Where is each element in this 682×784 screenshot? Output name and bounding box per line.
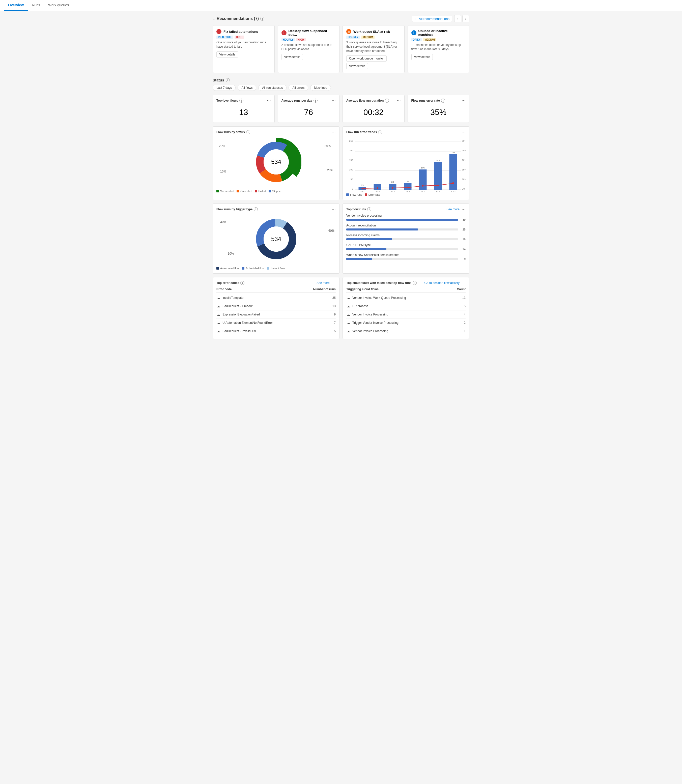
rec-card-3-title-row: i Unused or inactive machines [411,29,462,37]
metric-0-info-icon[interactable]: i [239,99,244,103]
rec-card-1-more-button[interactable]: ⋯ [331,29,336,33]
top-cloud-flows-section: Top cloud flows with failed desktop flow… [343,277,469,339]
metric-1-more-button[interactable]: ⋯ [331,99,336,103]
error-code-row-1: ☁ BadRequest - Timeout 13 [217,302,336,311]
rec-card-2-view-details-button[interactable]: View details [346,63,368,69]
metric-3-info-icon[interactable]: i [441,99,445,103]
cloud-flow-row-1: ☁ HR process 5 [346,302,465,311]
legend-flow-runs: Flow runs [346,193,362,196]
top-flow-runs-more-button[interactable]: ⋯ [462,207,465,211]
error-codes-title-group: Top error codes i [217,281,244,285]
rec-card-3-more-button[interactable]: ⋯ [462,29,465,33]
metric-3-more-button[interactable]: ⋯ [462,99,465,103]
flow-bar-track-2 [346,238,458,240]
top-flow-runs-see-more[interactable]: See more [446,207,459,211]
tab-runs[interactable]: Runs [28,0,44,11]
all-recommendations-button[interactable]: ⊞ All recommendations [412,16,452,22]
error-trends-legend: Flow runs Error rate [346,193,465,196]
svg-text:Jul 6: Jul 6 [436,191,440,192]
filter-machines[interactable]: Machines [310,85,331,91]
error-codes-info-icon[interactable]: i [241,281,244,285]
error-codes-see-more[interactable]: See more [317,281,330,285]
top-flow-runs-info-icon[interactable]: i [367,207,371,211]
status-header: Status i [213,78,469,82]
chevron-down-icon[interactable]: ⌄ [213,17,215,21]
metric-2-more-button[interactable]: ⋯ [397,99,401,103]
error-dot-1 [377,187,378,189]
svg-text:0: 0 [352,188,353,190]
svg-text:Jul 2: Jul 2 [375,191,380,192]
rec-card-3-freq-badge: DAILY [411,38,422,41]
metric-0-title: Top-level flows i [217,99,244,103]
error-trends-svg: 0 50 100 150 200 250 0% 10% 15% 20% 25% … [346,137,465,192]
recommendations-header: ⌄ Recommendations (7) i ⊞ All recommenda… [213,15,469,22]
metric-1-title: Average runs per day i [282,99,317,103]
metric-cards: Top-level flows i ⋯ 13 Average runs per … [213,95,469,123]
filter-allflows[interactable]: All flows [237,85,256,91]
cloud-flows-more-button[interactable]: ⋯ [462,281,465,285]
legend-scheduled: Scheduled flow [242,267,265,270]
error-dot-4 [422,185,424,186]
cloud-flows-col-headers: Triggering cloud flows Count [346,287,465,293]
svg-text:105: 105 [421,166,425,169]
flow-runs-status-info-icon[interactable]: i [246,130,250,134]
rec-card-2-more-button[interactable]: ⋯ [397,29,401,33]
rec-card-3-view-details-button[interactable]: View details [411,54,433,60]
flow-bar-fill-4 [346,258,372,260]
cloud-icon-2: ☁ [217,312,220,317]
filter-last7days[interactable]: Last 7 days [213,85,236,91]
cloud-flows-actions: Go to desktop flow activity ⋯ [424,281,465,285]
metric-card-2: Average flow run duration i ⋯ 00:32 [343,95,405,123]
metric-1-info-icon[interactable]: i [314,99,317,103]
metric-0-more-button[interactable]: ⋯ [267,99,271,103]
svg-text:13: 13 [361,184,363,186]
flow-bar-track-1 [346,228,458,231]
flow-bar-fill-3 [346,248,386,250]
flow-bar-track-4 [346,258,458,260]
tab-overview[interactable]: Overview [4,0,28,11]
error-trends-more-button[interactable]: ⋯ [462,130,465,134]
error-trends-info-icon[interactable]: i [378,130,382,134]
recommendations-info-icon[interactable]: i [260,17,265,21]
metric-card-3: Flow runs error rate i ⋯ 35% [408,95,470,123]
donut-trigger-10: 10% [228,252,234,255]
error-dot-6 [452,182,454,184]
filter-allerrors[interactable]: All errors [288,85,308,91]
cloud-flow-row-2: ☁ Vendor Invoice Processing 4 [346,311,465,319]
rec-card-1-title-row: ! Desktop flow suspended due... [282,29,332,37]
rec-card-0-view-details-button[interactable]: View details [217,51,238,57]
rec-card-2-title: Work queue SLA at risk [353,30,390,33]
tab-work-queues[interactable]: Work queues [44,0,73,11]
legend-instant: Instant flow [267,267,285,270]
top-flows-list: Vendor invoice processing 39 Account rec… [346,214,465,260]
rec-card-1: ! Desktop flow suspended due... ⋯ HOURLY… [278,25,340,73]
flow-runs-status-more-button[interactable]: ⋯ [331,130,336,134]
filter-allrunstatuses[interactable]: All run statuses [258,85,287,91]
error-codes-more-button[interactable]: ⋯ [331,281,336,285]
error-codes-col2: Number of runs [313,287,336,291]
top-flow-runs-card: Top flow runs i See more ⋯ Vendor invoic… [343,204,469,274]
cloud-icon-4: ☁ [217,329,220,333]
rec-card-0-more-button[interactable]: ⋯ [267,29,271,33]
trigger-info-icon[interactable]: i [254,207,258,211]
svg-text:250: 250 [349,140,353,142]
status-info-icon[interactable]: i [226,78,230,82]
cloud-flows-go-to-activity[interactable]: Go to desktop flow activity [424,281,459,285]
rec-card-1-view-details-button[interactable]: View details [282,54,303,60]
prev-arrow-button[interactable]: ‹ [454,15,461,22]
error-codes-actions: See more ⋯ [317,281,336,285]
cloud-flows-info-icon[interactable]: i [413,281,417,285]
cloud-flow-icon-4: ☁ [346,329,351,333]
svg-text:10%: 10% [462,178,466,180]
svg-text:32: 32 [406,180,409,183]
trigger-more-button[interactable]: ⋯ [331,207,336,211]
flow-bar-2: Process incoming claims 16 [346,234,465,241]
cloud-flows-title-group: Top cloud flows with failed desktop flow… [346,281,417,285]
top-error-codes-section: Top error codes i See more ⋯ Error code … [213,277,339,339]
cloud-flows-col2: Count [457,287,465,291]
nav-tabs: Overview Runs Work queues [0,0,682,11]
severity-icon-0: ! [217,29,221,34]
metric-2-info-icon[interactable]: i [385,99,389,103]
rec-card-2-open-monitor-button[interactable]: Open work queue monitor [346,56,387,62]
next-arrow-button[interactable]: › [462,15,469,22]
